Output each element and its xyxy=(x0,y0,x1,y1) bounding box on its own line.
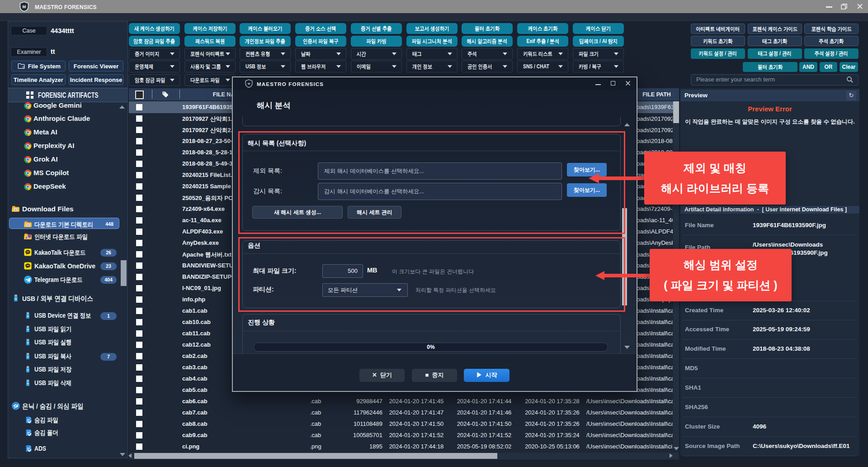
svg-text:TALK: TALK xyxy=(26,265,29,267)
svg-text:M: M xyxy=(248,82,250,85)
svg-text:M: M xyxy=(23,4,26,9)
svg-text:G: G xyxy=(22,66,24,68)
svg-text:TALK: TALK xyxy=(26,251,29,253)
